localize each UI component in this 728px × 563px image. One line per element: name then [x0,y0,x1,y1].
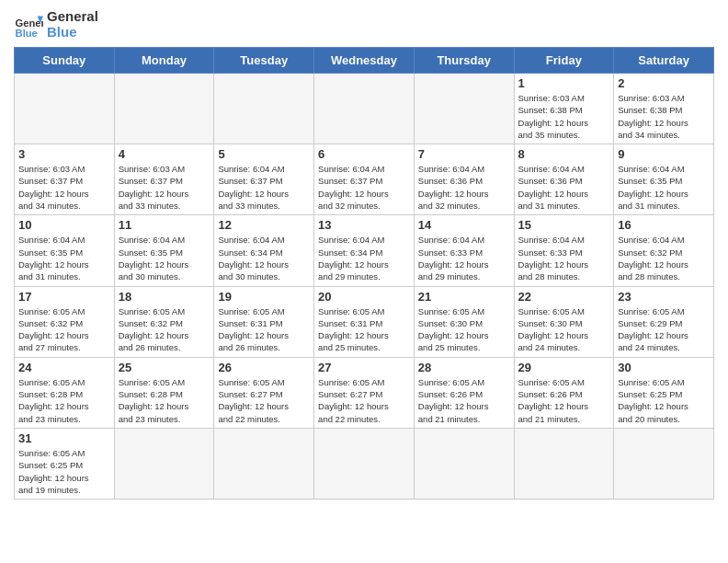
day-cell: 23Sunrise: 6:05 AM Sunset: 6:29 PM Dayli… [614,286,714,357]
day-detail: Sunrise: 6:05 AM Sunset: 6:30 PM Dayligh… [518,305,610,354]
day-detail: Sunrise: 6:05 AM Sunset: 6:31 PM Dayligh… [318,305,410,354]
header-cell-thursday: Thursday [414,48,514,74]
day-cell: 28Sunrise: 6:05 AM Sunset: 6:26 PM Dayli… [414,357,514,428]
day-detail: Sunrise: 6:05 AM Sunset: 6:25 PM Dayligh… [618,376,710,425]
day-number: 18 [119,290,210,304]
day-number: 5 [218,147,310,161]
header-cell-monday: Monday [114,48,214,74]
day-cell [314,428,415,499]
day-number: 17 [18,290,110,304]
day-detail: Sunrise: 6:04 AM Sunset: 6:33 PM Dayligh… [518,234,610,282]
svg-text:Blue: Blue [16,27,38,38]
day-detail: Sunrise: 6:05 AM Sunset: 6:32 PM Dayligh… [18,305,110,354]
day-cell: 18Sunrise: 6:05 AM Sunset: 6:32 PM Dayli… [114,286,214,357]
day-detail: Sunrise: 6:04 AM Sunset: 6:35 PM Dayligh… [119,234,210,282]
day-cell [614,428,714,499]
day-number: 1 [518,76,610,90]
day-number: 20 [318,290,410,304]
day-cell: 26Sunrise: 6:05 AM Sunset: 6:27 PM Dayli… [214,357,314,428]
logo-text-general: General [47,9,98,25]
day-detail: Sunrise: 6:05 AM Sunset: 6:29 PM Dayligh… [618,305,710,354]
day-number: 12 [218,218,310,232]
day-cell: 1Sunrise: 6:03 AM Sunset: 6:38 PM Daylig… [514,74,614,144]
day-cell: 29Sunrise: 6:05 AM Sunset: 6:26 PM Dayli… [514,357,614,428]
day-cell: 30Sunrise: 6:05 AM Sunset: 6:25 PM Dayli… [614,357,714,428]
page-header: General Blue General Blue [14,9,714,40]
header-cell-tuesday: Tuesday [214,48,314,74]
week-row-1: 3Sunrise: 6:03 AM Sunset: 6:37 PM Daylig… [15,144,714,215]
header-row: SundayMondayTuesdayWednesdayThursdayFrid… [15,48,714,74]
day-cell [214,74,314,144]
day-number: 11 [119,218,210,232]
day-cell [414,74,514,144]
day-cell: 20Sunrise: 6:05 AM Sunset: 6:31 PM Dayli… [314,286,415,357]
day-cell [314,74,415,144]
day-number: 13 [318,218,410,232]
day-number: 19 [218,290,310,304]
day-number: 4 [119,147,210,161]
day-number: 3 [18,147,110,161]
day-detail: Sunrise: 6:05 AM Sunset: 6:28 PM Dayligh… [119,376,210,425]
day-number: 21 [418,290,510,304]
day-detail: Sunrise: 6:04 AM Sunset: 6:37 PM Dayligh… [318,163,410,212]
day-detail: Sunrise: 6:04 AM Sunset: 6:33 PM Dayligh… [418,234,510,282]
day-detail: Sunrise: 6:04 AM Sunset: 6:37 PM Dayligh… [218,163,310,212]
week-row-5: 31Sunrise: 6:05 AM Sunset: 6:25 PM Dayli… [15,428,714,499]
day-cell: 8Sunrise: 6:04 AM Sunset: 6:36 PM Daylig… [514,144,614,215]
day-cell: 31Sunrise: 6:05 AM Sunset: 6:25 PM Dayli… [15,428,115,499]
logo-icon: General Blue [14,10,43,40]
logo-text-blue: Blue [47,25,98,40]
day-detail: Sunrise: 6:04 AM Sunset: 6:36 PM Dayligh… [418,163,510,212]
day-detail: Sunrise: 6:03 AM Sunset: 6:37 PM Dayligh… [119,163,210,212]
day-detail: Sunrise: 6:05 AM Sunset: 6:27 PM Dayligh… [218,376,310,425]
day-number: 9 [618,147,710,161]
day-detail: Sunrise: 6:05 AM Sunset: 6:30 PM Dayligh… [418,305,510,354]
header-cell-sunday: Sunday [15,48,115,74]
day-detail: Sunrise: 6:05 AM Sunset: 6:26 PM Dayligh… [418,376,510,425]
day-detail: Sunrise: 6:03 AM Sunset: 6:38 PM Dayligh… [518,92,610,141]
day-cell [414,428,514,499]
day-number: 22 [518,290,610,304]
day-cell [15,74,115,144]
day-detail: Sunrise: 6:04 AM Sunset: 6:35 PM Dayligh… [618,163,710,212]
week-row-4: 24Sunrise: 6:05 AM Sunset: 6:28 PM Dayli… [15,357,714,428]
day-cell: 24Sunrise: 6:05 AM Sunset: 6:28 PM Dayli… [15,357,115,428]
day-detail: Sunrise: 6:05 AM Sunset: 6:31 PM Dayligh… [218,305,310,354]
day-cell: 10Sunrise: 6:04 AM Sunset: 6:35 PM Dayli… [15,215,115,286]
day-cell [214,428,314,499]
day-number: 28 [418,361,510,374]
day-detail: Sunrise: 6:05 AM Sunset: 6:32 PM Dayligh… [119,305,210,354]
day-detail: Sunrise: 6:04 AM Sunset: 6:34 PM Dayligh… [318,234,410,282]
day-number: 7 [418,147,510,161]
day-detail: Sunrise: 6:05 AM Sunset: 6:27 PM Dayligh… [318,376,410,425]
day-cell: 12Sunrise: 6:04 AM Sunset: 6:34 PM Dayli… [214,215,314,286]
day-cell: 14Sunrise: 6:04 AM Sunset: 6:33 PM Dayli… [414,215,514,286]
day-detail: Sunrise: 6:05 AM Sunset: 6:28 PM Dayligh… [18,376,110,425]
day-number: 26 [218,361,310,374]
day-cell: 7Sunrise: 6:04 AM Sunset: 6:36 PM Daylig… [414,144,514,215]
day-cell: 22Sunrise: 6:05 AM Sunset: 6:30 PM Dayli… [514,286,614,357]
day-number: 6 [318,147,410,161]
day-detail: Sunrise: 6:05 AM Sunset: 6:26 PM Dayligh… [518,376,610,425]
header-cell-friday: Friday [514,48,614,74]
day-number: 16 [618,218,710,232]
day-number: 30 [618,361,710,374]
day-number: 31 [18,431,110,445]
day-cell: 11Sunrise: 6:04 AM Sunset: 6:35 PM Dayli… [114,215,214,286]
day-cell [514,428,614,499]
day-detail: Sunrise: 6:04 AM Sunset: 6:36 PM Dayligh… [518,163,610,212]
day-cell [114,74,214,144]
day-number: 25 [119,361,210,374]
day-number: 10 [18,218,110,232]
day-cell: 6Sunrise: 6:04 AM Sunset: 6:37 PM Daylig… [314,144,415,215]
header-cell-wednesday: Wednesday [314,48,415,74]
day-cell: 25Sunrise: 6:05 AM Sunset: 6:28 PM Dayli… [114,357,214,428]
day-cell [114,428,214,499]
day-cell: 5Sunrise: 6:04 AM Sunset: 6:37 PM Daylig… [214,144,314,215]
week-row-2: 10Sunrise: 6:04 AM Sunset: 6:35 PM Dayli… [15,215,714,286]
day-number: 27 [318,361,410,374]
day-number: 14 [418,218,510,232]
day-cell: 13Sunrise: 6:04 AM Sunset: 6:34 PM Dayli… [314,215,415,286]
day-cell: 27Sunrise: 6:05 AM Sunset: 6:27 PM Dayli… [314,357,415,428]
day-detail: Sunrise: 6:03 AM Sunset: 6:37 PM Dayligh… [18,163,110,212]
